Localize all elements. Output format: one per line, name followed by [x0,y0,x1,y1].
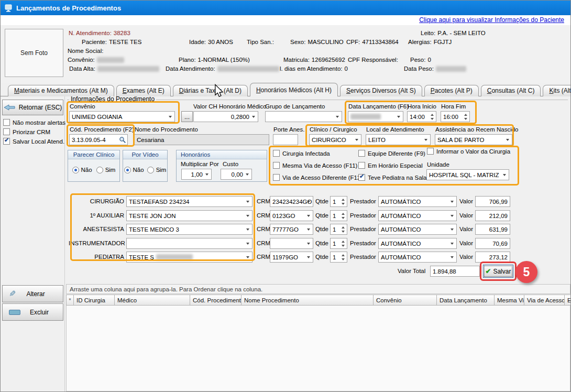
excluir-button[interactable]: Excluir [2,303,63,321]
search-icon[interactable] [119,136,126,144]
valor-field[interactable]: 273,12 [475,252,510,263]
chevron-down-icon[interactable] [451,243,454,245]
radio-icon[interactable] [124,167,131,173]
alterar-button[interactable]: ✎ Alterar [2,285,63,302]
checkbox-box[interactable] [358,162,365,169]
grupo-combo[interactable] [265,111,342,122]
patient-info-link[interactable]: Clique aqui para visualizar Informações … [419,16,564,24]
chevron-down-icon[interactable] [246,173,249,176]
grid-col-convenio[interactable]: Convênio [374,295,437,306]
checkbox-horario-especial[interactable]: Em Horário Especial [358,162,423,169]
checkbox-salvar-local-atend[interactable]: ✔Salvar Local Atend. [3,138,64,145]
chevron-down-icon[interactable] [307,215,310,217]
grid-col-id-cirurgia[interactable]: ID Cirurgia [74,295,115,306]
crm-combo[interactable]: 11979GO [270,252,313,263]
valor-field[interactable]: 706,99 [475,196,510,207]
qtde-spinner[interactable]: 1 [330,210,347,221]
convenio-combo[interactable]: UNIMED GOIANIA [69,111,175,122]
grid-body[interactable] [66,306,570,391]
chevron-down-icon[interactable] [506,139,509,141]
checkbox-box[interactable] [3,119,10,126]
spinner-down-icon[interactable] [342,203,345,205]
assistencia-combo[interactable]: SALA DE PARTO [435,134,512,145]
medico-combo[interactable]: TESTE JON JON [126,210,252,221]
spinner-up-icon[interactable] [431,114,434,116]
qtde-spinner[interactable]: 1 [330,252,347,263]
grid-col-nome-procedimento[interactable]: Nome Procedimento [241,295,374,306]
medico-combo[interactable] [126,238,252,249]
chevron-down-icon[interactable] [246,243,249,245]
salvar-button[interactable]: ✔ Salvar [483,265,513,278]
grid-col-extra[interactable]: E [565,295,571,306]
valor-field[interactable]: 212,09 [475,210,510,221]
chevron-down-icon[interactable] [307,228,310,231]
chevron-down-icon[interactable] [307,256,310,258]
checkbox-box[interactable] [273,174,280,181]
medico-combo[interactable]: TESTAEFASD 234234 [126,196,252,207]
spinner-down-icon[interactable] [464,118,467,120]
local-combo[interactable]: LEITO [366,134,431,145]
checkbox-box[interactable]: ✔ [358,174,365,181]
crm-combo[interactable]: 0123GO [270,210,313,221]
checkbox-box[interactable] [3,128,10,135]
checkbox-box[interactable] [358,150,365,157]
spinner-up-icon[interactable] [342,199,345,201]
hora-inicio-spinner[interactable]: 14:00 [407,111,436,122]
tab-honorarios[interactable]: Honorários Médicos (Alt H) [250,83,338,96]
clinico-combo[interactable]: CIRURGICO [309,134,361,145]
custo-combo[interactable]: 0,00 [221,169,252,180]
chevron-down-icon[interactable] [424,139,427,141]
spinner-up-icon[interactable] [342,254,345,256]
tab-exames[interactable]: Exames (Alt E) [116,85,171,96]
chevron-down-icon[interactable] [246,228,249,231]
data-lancamento-combo[interactable] [348,111,403,122]
radio-video-nao[interactable]: Não [124,167,144,173]
radio-parecer-sim[interactable]: Sim [96,167,116,173]
valor-field[interactable]: 70,69 [475,238,510,249]
spinner-down-icon[interactable] [431,118,434,120]
crm-combo[interactable]: 77777GO [270,224,313,235]
chevron-down-icon[interactable] [246,215,249,217]
checkbox-box[interactable] [427,148,434,155]
spinner-down-icon[interactable] [342,245,345,247]
chevron-down-icon[interactable] [451,215,454,217]
chevron-down-icon[interactable] [246,256,249,258]
prestador-combo[interactable]: AUTOMÁTICO [378,210,457,221]
checkbox-box[interactable] [273,162,280,169]
chevron-down-icon[interactable] [252,116,255,118]
tab-consultas[interactable]: Consultas (Alt C) [481,85,541,96]
checkbox-equipe-diferente[interactable]: Equipe Diferente (F9) [358,150,425,157]
checkbox-via-diferente[interactable]: Via de Acesso Diferente (F12) [273,174,363,181]
chevron-down-icon[interactable] [336,116,339,118]
tab-pacotes[interactable]: Pacotes (Alt P) [424,85,479,96]
checkbox-nao-mostrar-alertas[interactable]: Não mostrar alertas [3,119,65,126]
qtde-spinner[interactable]: 1 [330,224,347,235]
spinner-down-icon[interactable] [342,231,345,233]
porte-anes-field[interactable] [273,134,298,145]
chevron-down-icon[interactable] [451,201,454,203]
prestador-combo[interactable]: AUTOMÁTICO [378,224,457,235]
checkbox-priorizar-crm[interactable]: Priorizar CRM [3,128,50,135]
chevron-down-icon[interactable] [397,116,400,118]
grid-group-band[interactable]: Arraste uma coluna aqui para agrupa-la. … [66,284,570,294]
chevron-down-icon[interactable] [451,228,454,231]
checkbox-teve-pediatra[interactable]: ✔Teve Pediatra na Sala [358,174,427,181]
spinner-up-icon[interactable] [342,213,345,215]
medico-combo[interactable]: TESTE S [126,252,252,263]
checkbox-informar-valor[interactable]: Informar o Valor da Cirurgia [427,148,510,155]
cod-procedimento-field[interactable]: 3.13.09.05-4 [69,134,128,145]
tab-servicos[interactable]: Serviços Diversos (Alt S) [340,85,422,96]
radio-video-sim[interactable]: Sim [147,167,167,173]
tab-materiais[interactable]: Materiais e Medicamentos (Alt M) [8,85,114,96]
tab-kits[interactable]: Kits (Alt K) [543,85,571,96]
chevron-down-icon[interactable] [246,201,249,203]
qtde-spinner[interactable]: 1 [330,196,347,207]
radio-icon[interactable] [147,167,154,173]
grid-col-cod-procedimento[interactable]: Cód. Procedimento [190,295,241,306]
valor-ch-combo[interactable]: 0,2800 [193,111,258,122]
checkbox-cirurgia-infectada[interactable]: Cirurgia Infectada [273,150,330,157]
unidade-combo[interactable]: HOSPITAL SQL - MATRIZ [426,169,509,180]
tab-diarias[interactable]: Diárias e Taxas (Alt D) [173,85,248,96]
crm-combo[interactable] [270,238,313,249]
chevron-down-icon[interactable] [355,139,358,141]
